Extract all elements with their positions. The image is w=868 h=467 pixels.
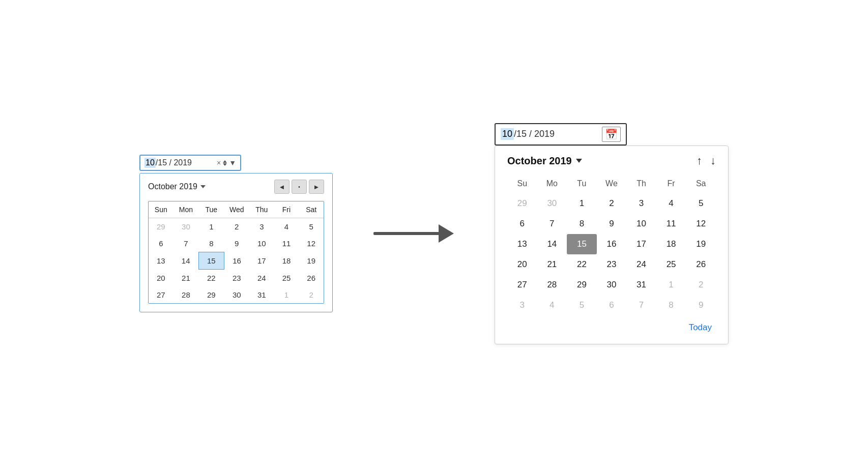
direction-arrow [373, 224, 454, 243]
list-item[interactable]: 27 [149, 286, 173, 303]
list-item[interactable]: 20 [149, 270, 173, 287]
left-prev-button[interactable]: ◄ [274, 180, 290, 194]
left-date-input[interactable]: 10/15 / 2019 × ▼ [139, 155, 241, 171]
list-item[interactable]: 20 [507, 254, 537, 275]
list-item[interactable]: 30 [224, 286, 250, 303]
list-item[interactable]: 28 [173, 286, 199, 303]
list-item[interactable]: 31 [626, 275, 656, 295]
list-item[interactable]: 5 [686, 193, 716, 214]
list-item[interactable]: 29 [567, 275, 597, 295]
list-item[interactable]: 25 [274, 270, 299, 287]
left-dropdown-button[interactable]: ▼ [229, 159, 236, 167]
list-item[interactable]: 4 [656, 193, 686, 214]
list-item[interactable]: 25 [656, 254, 686, 275]
list-item[interactable]: 30 [597, 275, 627, 295]
list-item[interactable]: 22 [567, 254, 597, 275]
list-item[interactable]: 16 [224, 252, 250, 270]
list-item[interactable]: 14 [173, 252, 199, 270]
list-item[interactable]: 3 [626, 193, 656, 214]
list-item[interactable]: 11 [274, 235, 299, 252]
left-date-text: 10/15 / 2019 [144, 158, 213, 168]
list-item[interactable]: 18 [274, 252, 299, 270]
list-item[interactable]: 24 [626, 254, 656, 275]
list-item[interactable]: 1 [274, 286, 299, 303]
list-item[interactable]: 13 [149, 252, 173, 270]
list-item[interactable]: 4 [537, 295, 567, 315]
list-item[interactable]: 1 [567, 193, 597, 214]
list-item[interactable]: 19 [299, 252, 324, 270]
right-next-button[interactable]: ↓ [710, 155, 716, 166]
list-item[interactable]: 7 [626, 295, 656, 315]
right-date-month[interactable]: 10 [501, 128, 514, 140]
list-item[interactable]: 27 [507, 275, 537, 295]
calendar-icon[interactable]: 📅 [602, 127, 621, 142]
list-item[interactable]: 17 [626, 234, 656, 254]
list-item[interactable]: 28 [537, 275, 567, 295]
list-item[interactable]: 29 [507, 193, 537, 214]
right-cal-header-row: Su Mo Tu We Th Fr Sa [507, 176, 716, 193]
list-item[interactable]: 22 [198, 270, 224, 287]
list-item[interactable]: 8 [656, 295, 686, 315]
list-item[interactable]: 23 [224, 270, 250, 287]
right-month-label[interactable]: October 2019 [507, 155, 582, 167]
list-item[interactable]: 1 [656, 275, 686, 295]
list-item[interactable]: 11 [656, 214, 686, 234]
left-spinner-button[interactable] [223, 160, 227, 166]
left-date-rest: 15 / 2019 [158, 158, 192, 167]
table-row: 272829303112 [507, 275, 716, 295]
list-item[interactable]: 29 [198, 286, 224, 303]
right-prev-button[interactable]: ↑ [697, 155, 702, 166]
list-item[interactable]: 15 [198, 252, 224, 270]
list-item[interactable]: 21 [537, 254, 567, 275]
list-item[interactable]: 10 [249, 235, 274, 252]
today-button[interactable]: Today [685, 320, 716, 335]
list-item[interactable]: 18 [656, 234, 686, 254]
list-item[interactable]: 12 [686, 214, 716, 234]
list-item[interactable]: 6 [507, 214, 537, 234]
list-item[interactable]: 30 [173, 218, 199, 236]
list-item[interactable]: 3 [249, 218, 274, 236]
list-item[interactable]: 16 [597, 234, 627, 254]
list-item[interactable]: 24 [249, 270, 274, 287]
left-month-label[interactable]: October 2019 [148, 182, 206, 191]
list-item[interactable]: 7 [173, 235, 199, 252]
list-item[interactable]: 14 [537, 234, 567, 254]
list-item[interactable]: 29 [149, 218, 173, 236]
list-item[interactable]: 23 [597, 254, 627, 275]
list-item[interactable]: 7 [537, 214, 567, 234]
left-col-tue: Tue [198, 201, 224, 218]
list-item[interactable]: 4 [274, 218, 299, 236]
left-clear-button[interactable]: × [217, 159, 221, 167]
list-item[interactable]: 26 [299, 270, 324, 287]
list-item[interactable]: 13 [507, 234, 537, 254]
list-item[interactable]: 3 [507, 295, 537, 315]
list-item[interactable]: 5 [567, 295, 597, 315]
list-item[interactable]: 30 [537, 193, 567, 214]
list-item[interactable]: 2 [299, 286, 324, 303]
list-item[interactable]: 15 [567, 234, 597, 254]
list-item[interactable]: 8 [198, 235, 224, 252]
list-item[interactable]: 5 [299, 218, 324, 236]
list-item[interactable]: 1 [198, 218, 224, 236]
left-today-button[interactable]: • [292, 180, 307, 194]
list-item[interactable]: 9 [224, 235, 250, 252]
list-item[interactable]: 2 [686, 275, 716, 295]
list-item[interactable]: 6 [149, 235, 173, 252]
list-item[interactable]: 21 [173, 270, 199, 287]
list-item[interactable]: 6 [597, 295, 627, 315]
list-item[interactable]: 19 [686, 234, 716, 254]
list-item[interactable]: 10 [626, 214, 656, 234]
list-item[interactable]: 8 [567, 214, 597, 234]
list-item[interactable]: 2 [597, 193, 627, 214]
list-item[interactable]: 26 [686, 254, 716, 275]
list-item[interactable]: 31 [249, 286, 274, 303]
left-next-button[interactable]: ► [309, 180, 324, 194]
list-item[interactable]: 9 [686, 295, 716, 315]
list-item[interactable]: 9 [597, 214, 627, 234]
list-item[interactable]: 12 [299, 235, 324, 252]
list-item[interactable]: 2 [224, 218, 250, 236]
list-item[interactable]: 17 [249, 252, 274, 270]
right-date-input[interactable]: 10/15 / 2019 📅 [495, 123, 627, 145]
left-date-month[interactable]: 10 [144, 158, 156, 168]
table-row: 272829303112 [149, 286, 324, 303]
